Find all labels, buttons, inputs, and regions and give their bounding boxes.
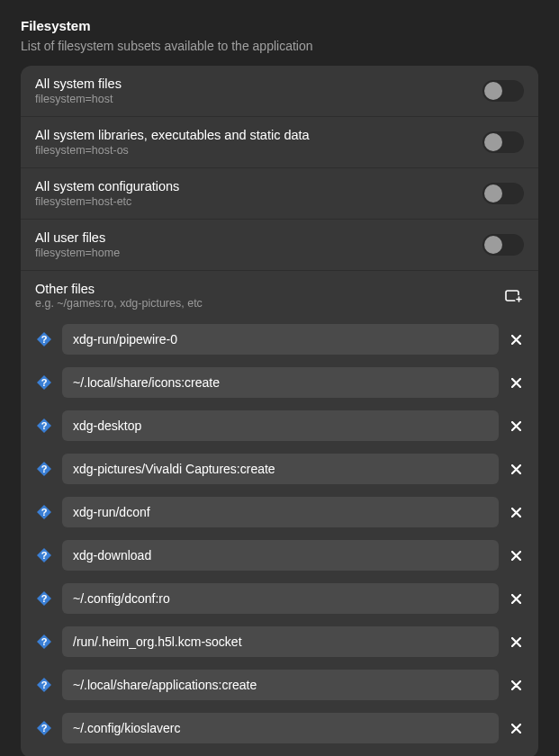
remove-file-button[interactable] [508, 374, 524, 391]
svg-text:?: ? [41, 334, 48, 345]
file-row: ? [35, 583, 524, 614]
remove-file-button[interactable] [508, 677, 524, 693]
file-row: ? [35, 324, 524, 355]
help-icon[interactable]: ? [35, 503, 53, 521]
close-icon [511, 724, 521, 734]
toggle-title: All system configurations [35, 179, 482, 194]
toggle-title: All user files [35, 230, 482, 245]
other-files-sub: e.g. ~/games:ro, xdg-pictures, etc [35, 297, 504, 310]
section-description: List of filesystem subsets available to … [21, 39, 538, 53]
toggle-sub: filesystem=host [35, 93, 482, 105]
svg-text:?: ? [41, 680, 48, 690]
remove-file-button[interactable] [508, 331, 524, 347]
file-row: ? [35, 410, 524, 441]
svg-text:?: ? [41, 507, 48, 518]
file-row: ? [35, 367, 524, 398]
remove-file-button[interactable] [508, 418, 524, 434]
toggle-sub: filesystem=home [35, 247, 482, 259]
svg-text:?: ? [41, 420, 48, 431]
close-icon [511, 335, 521, 345]
add-file-button[interactable] [504, 286, 524, 306]
file-row: ? [35, 454, 524, 484]
close-icon [511, 378, 521, 388]
file-path-input[interactable] [62, 324, 499, 355]
svg-text:?: ? [41, 636, 48, 647]
close-icon [511, 421, 521, 431]
section-title: Filesystem [21, 18, 538, 33]
remove-file-button[interactable] [508, 461, 524, 477]
file-path-input[interactable] [62, 540, 499, 571]
svg-text:?: ? [41, 723, 48, 734]
file-row: ? [35, 540, 524, 571]
remove-file-button[interactable] [508, 547, 524, 563]
file-path-input[interactable] [62, 410, 499, 441]
close-icon [511, 508, 521, 518]
file-row: ? [35, 497, 524, 527]
close-icon [511, 594, 521, 604]
close-icon [511, 637, 521, 647]
help-icon[interactable]: ? [35, 417, 53, 435]
other-files-title: Other files [35, 282, 504, 296]
close-icon [511, 464, 521, 474]
toggle-switch-host[interactable] [482, 80, 524, 102]
file-path-input[interactable] [62, 670, 499, 700]
close-icon [511, 551, 521, 561]
help-icon[interactable]: ? [35, 590, 53, 608]
toggle-row-host-etc: All system configurations filesystem=hos… [21, 168, 538, 220]
file-path-input[interactable] [62, 454, 499, 484]
toggle-title: All system files [35, 76, 482, 91]
file-row: ? [35, 626, 524, 657]
other-files-section: Other files e.g. ~/games:ro, xdg-picture… [21, 271, 538, 756]
toggle-title: All system libraries, executables and st… [35, 128, 482, 142]
remove-file-button[interactable] [508, 590, 524, 607]
file-path-input[interactable] [62, 583, 499, 614]
file-row: ? [35, 713, 524, 743]
file-path-input[interactable] [62, 713, 499, 743]
toggle-row-host: All system files filesystem=host [21, 66, 538, 117]
help-icon[interactable]: ? [35, 633, 53, 651]
help-icon[interactable]: ? [35, 460, 53, 478]
toggle-sub: filesystem=host-etc [35, 195, 482, 208]
toggle-row-host-os: All system libraries, executables and st… [21, 117, 538, 168]
toggle-switch-home[interactable] [482, 234, 524, 256]
toggle-switch-host-os[interactable] [482, 131, 524, 153]
file-path-input[interactable] [62, 626, 499, 657]
toggle-sub: filesystem=host-os [35, 144, 482, 157]
file-row: ? [35, 670, 524, 700]
svg-text:?: ? [41, 593, 48, 604]
toggle-row-home: All user files filesystem=home [21, 220, 538, 271]
svg-text:?: ? [41, 464, 48, 474]
help-icon[interactable]: ? [35, 719, 53, 737]
help-icon[interactable]: ? [35, 330, 53, 348]
close-icon [511, 680, 521, 690]
svg-text:?: ? [41, 377, 48, 388]
file-path-input[interactable] [62, 497, 499, 527]
filesystem-panel: All system files filesystem=host All sys… [21, 66, 538, 756]
remove-file-button[interactable] [508, 504, 524, 520]
toggle-switch-host-etc[interactable] [482, 183, 524, 204]
file-path-input[interactable] [62, 367, 499, 398]
help-icon[interactable]: ? [35, 374, 53, 392]
remove-file-button[interactable] [508, 720, 524, 736]
help-icon[interactable]: ? [35, 546, 53, 564]
svg-text:?: ? [41, 550, 48, 561]
remove-file-button[interactable] [508, 634, 524, 650]
add-icon [505, 287, 523, 305]
help-icon[interactable]: ? [35, 676, 53, 694]
